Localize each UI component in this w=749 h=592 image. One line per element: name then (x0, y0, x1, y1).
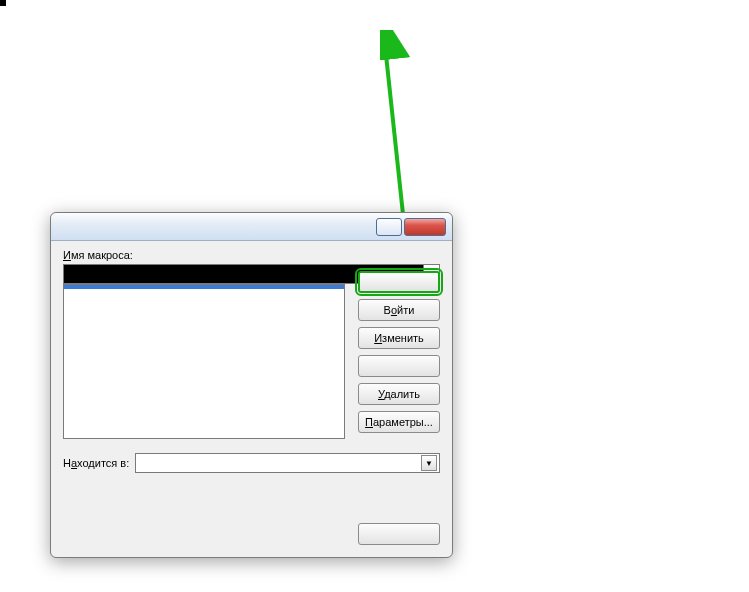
macro-name-label: Имя макроса: (63, 249, 440, 261)
location-select[interactable]: ▼ (135, 453, 440, 473)
cancel-button[interactable] (358, 523, 440, 545)
options-button[interactable]: Параметры... (358, 411, 440, 433)
macro-dialog: Имя макроса: ▦ Войти Изменить Удалить Па… (50, 212, 453, 558)
help-button[interactable] (376, 218, 402, 236)
step-into-button[interactable]: Войти (358, 299, 440, 321)
macro-list-item[interactable] (64, 285, 344, 289)
run-button[interactable] (358, 271, 440, 293)
location-label: Находится в: (63, 457, 129, 469)
edit-button[interactable]: Изменить (358, 327, 440, 349)
create-button (358, 355, 440, 377)
chevron-down-icon: ▼ (421, 455, 437, 471)
close-button[interactable] (404, 218, 446, 236)
delete-button[interactable]: Удалить (358, 383, 440, 405)
selection-highlight (0, 0, 6, 6)
macro-list[interactable] (63, 284, 345, 439)
selection-outline (0, 0, 6, 6)
dialog-titlebar[interactable] (51, 213, 452, 241)
